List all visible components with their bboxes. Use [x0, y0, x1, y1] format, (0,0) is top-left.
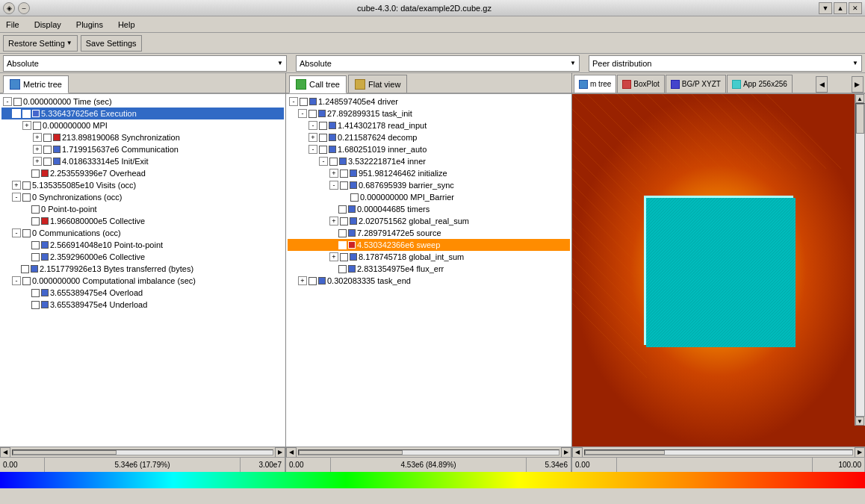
- expand-icon[interactable]: -: [3, 97, 12, 106]
- checkbox-icon[interactable]: [329, 158, 338, 166]
- list-item[interactable]: 0.000044685 timers: [288, 203, 570, 215]
- list-item[interactable]: + 0.000000000 MPI_Barrier: [288, 191, 570, 203]
- list-item[interactable]: - 1.680251019 inner_auto: [288, 143, 570, 155]
- tab-boxplot[interactable]: BoxPlot: [617, 75, 664, 93]
- checkbox-icon[interactable]: [33, 122, 41, 130]
- right-horiz-scrollbar[interactable]: ◀ ▶: [572, 447, 865, 457]
- checkbox-icon[interactable]: [31, 301, 40, 309]
- maximize-button[interactable]: ▲: [834, 2, 847, 14]
- tab-prev-arrow[interactable]: ◀: [816, 76, 828, 93]
- expand-icon[interactable]: -: [12, 276, 21, 285]
- list-item[interactable]: - 0 Synchronizations (occ): [1, 191, 284, 203]
- list-item[interactable]: - 3.532221871e4 inner: [288, 155, 570, 167]
- expand-icon[interactable]: -: [309, 145, 317, 154]
- checkbox-icon[interactable]: [338, 205, 347, 214]
- menu-file[interactable]: File: [3, 19, 22, 31]
- expand-icon[interactable]: -: [309, 121, 317, 130]
- expand-icon[interactable]: +: [329, 217, 338, 225]
- list-item[interactable]: - 0 Communications (occ): [1, 227, 284, 239]
- expand-icon[interactable]: -: [319, 157, 328, 166]
- right-scroll-track[interactable]: [855, 103, 865, 417]
- list-item[interactable]: + 0.000000000 MPI: [1, 119, 284, 131]
- expand-icon[interactable]: +: [329, 252, 338, 261]
- checkbox-icon[interactable]: [350, 193, 359, 202]
- center-scroll-track[interactable]: [298, 449, 559, 455]
- checkbox-icon[interactable]: [22, 277, 31, 285]
- list-item[interactable]: + 951.981246462 initialize: [288, 167, 570, 179]
- right-scroll-down[interactable]: ▼: [855, 417, 864, 426]
- scroll-left-btn[interactable]: ◀: [286, 447, 297, 458]
- checkbox-icon[interactable]: [319, 134, 327, 142]
- left-dropdown[interactable]: Absolute ▼: [3, 55, 287, 72]
- checkbox-icon[interactable]: [31, 289, 40, 297]
- checkbox-icon[interactable]: [31, 217, 40, 225]
- expand-icon[interactable]: -: [289, 97, 298, 106]
- checkbox-icon[interactable]: [21, 265, 29, 273]
- left-tree-area[interactable]: - 0.000000000 Time (sec) - 5.336437625e6…: [0, 94, 285, 447]
- expand-icon[interactable]: +: [298, 276, 307, 285]
- menu-display[interactable]: Display: [31, 19, 64, 31]
- center-scroll-thumb[interactable]: [299, 450, 403, 455]
- expand-icon[interactable]: +: [12, 181, 21, 190]
- list-item[interactable]: + 8.178745718 global_int_sum: [288, 251, 570, 263]
- right-scroll-horiz-thumb[interactable]: [585, 450, 665, 455]
- expand-icon[interactable]: -: [12, 109, 21, 118]
- list-item[interactable]: + 0.302083335 task_end: [288, 275, 570, 287]
- list-item[interactable]: 2.566914048e10 Point-to-point: [1, 239, 284, 251]
- expand-icon[interactable]: +: [22, 121, 31, 130]
- checkbox-icon[interactable]: [31, 241, 40, 249]
- checkbox-icon[interactable]: [43, 134, 52, 142]
- list-item[interactable]: 3.655389475e4 Overload: [1, 287, 284, 299]
- scroll-left-btn[interactable]: ◀: [0, 447, 10, 458]
- list-item[interactable]: - 1.248597405e4 driver: [288, 96, 570, 108]
- right-scroll-right-btn[interactable]: ▶: [855, 447, 865, 458]
- tab-m-tree[interactable]: m tree: [574, 75, 616, 93]
- checkbox-icon[interactable]: [309, 277, 317, 285]
- list-item[interactable]: + 1.719915637e6 Communication: [1, 143, 284, 155]
- checkbox-icon[interactable]: [22, 229, 31, 237]
- expand-icon[interactable]: -: [12, 193, 21, 202]
- checkbox-icon[interactable]: [340, 217, 348, 225]
- list-item[interactable]: - 27.892899315 task_init: [288, 108, 570, 119]
- checkbox-icon[interactable]: [338, 265, 347, 273]
- list-item[interactable]: + 5.135355085e10 Visits (occ): [1, 179, 284, 191]
- right-scrollbar[interactable]: ▲ ▼: [855, 94, 865, 426]
- tab-bgp-xyzt[interactable]: BG/P XYZT: [666, 75, 726, 93]
- right-scroll-thumb[interactable]: [856, 104, 864, 134]
- expand-icon[interactable]: -: [12, 228, 21, 237]
- expand-icon[interactable]: +: [33, 133, 42, 142]
- checkbox-icon[interactable]: [43, 146, 52, 154]
- checkbox-icon[interactable]: [22, 193, 31, 202]
- list-item[interactable]: 2.253559396e7 Overhead: [1, 167, 284, 179]
- list-item[interactable]: - 1.414302178 read_input: [288, 119, 570, 131]
- left-scroll-track[interactable]: [12, 449, 273, 455]
- checkbox-icon[interactable]: [31, 253, 40, 261]
- center-dropdown[interactable]: Absolute ▼: [296, 55, 580, 72]
- tab-metric-tree[interactable]: Metric tree: [3, 75, 69, 93]
- list-item[interactable]: 7.289791472e5 source: [288, 227, 570, 239]
- checkbox-icon[interactable]: [300, 98, 308, 106]
- tab-call-tree[interactable]: Call tree: [289, 75, 347, 93]
- expand-icon[interactable]: +: [309, 133, 317, 142]
- checkbox-icon[interactable]: [340, 169, 348, 178]
- checkbox-icon[interactable]: [13, 98, 22, 106]
- scroll-right-btn[interactable]: ▶: [561, 447, 571, 458]
- checkbox-icon[interactable]: [338, 229, 347, 237]
- list-item[interactable]: + 4.018633314e5 Init/Exit: [1, 155, 284, 167]
- left-scroll-thumb[interactable]: [13, 450, 117, 455]
- list-item[interactable]: 4.530342366e6 sweep: [288, 239, 570, 251]
- checkbox-icon[interactable]: [43, 158, 52, 166]
- list-item[interactable]: - 5.336437625e6 Execution: [1, 108, 284, 119]
- center-horiz-scrollbar[interactable]: ◀ ▶: [286, 447, 571, 457]
- tab-next-arrow[interactable]: ▶: [852, 76, 864, 93]
- list-item[interactable]: - 0.687695939 barrier_sync: [288, 179, 570, 191]
- expand-icon[interactable]: +: [329, 169, 338, 178]
- list-item[interactable]: + 0.211587624 decomp: [288, 131, 570, 143]
- checkbox-icon[interactable]: [309, 110, 317, 118]
- expand-icon[interactable]: +: [33, 145, 42, 154]
- right-scroll-left-btn[interactable]: ◀: [572, 447, 583, 458]
- expand-icon[interactable]: -: [298, 109, 307, 118]
- right-scroll-up[interactable]: ▲: [855, 94, 864, 103]
- menu-plugins[interactable]: Plugins: [73, 19, 106, 31]
- restore-setting-button[interactable]: Restore Setting ▼: [3, 35, 78, 52]
